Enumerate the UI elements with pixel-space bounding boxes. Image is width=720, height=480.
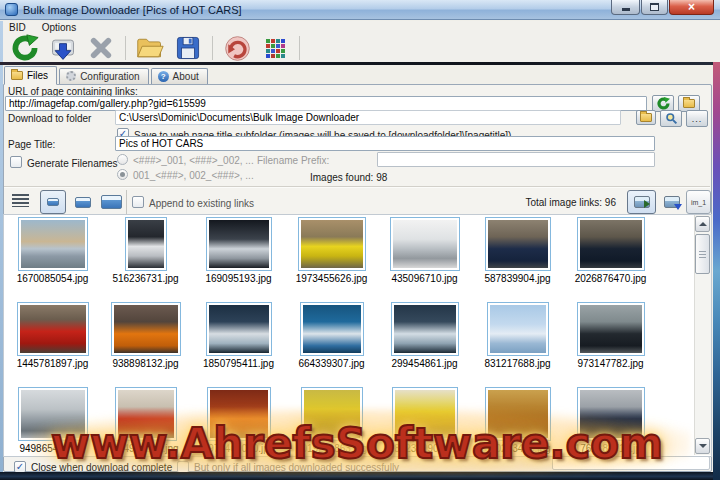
color-grid-icon	[266, 39, 285, 58]
thumbnail-filename: 299454861.jpg	[391, 358, 457, 369]
thumbnail-filename: 587839904.jpg	[484, 273, 550, 284]
folder-browse-button[interactable]	[636, 110, 656, 125]
folder-more-button[interactable]: ...	[686, 110, 708, 127]
thumbnail-image	[21, 220, 85, 268]
image-play-icon	[634, 196, 650, 208]
thumbnail-item[interactable]: 299454861.jpg	[378, 302, 471, 387]
thumbnail-item[interactable]: 938898132.jpg	[99, 302, 192, 387]
thumbnail-filename: 1973455626.jpg	[296, 273, 368, 284]
folder-icon	[136, 35, 164, 61]
thumbnail-item[interactable]: 973147782.jpg	[564, 302, 657, 387]
magnifier-icon	[665, 112, 678, 125]
tab-strip: Files Configuration About	[4, 66, 208, 84]
folder-search-button[interactable]	[660, 110, 682, 127]
large-thumbnails-button[interactable]	[98, 190, 124, 214]
close-icon: ×	[688, 1, 695, 13]
close-button[interactable]: ×	[669, 0, 714, 15]
tab-configuration-label: Configuration	[80, 71, 139, 82]
generate-filenames-checkbox[interactable]	[10, 156, 22, 168]
thumbnail-image-frame	[391, 302, 459, 356]
window-left-border	[0, 21, 3, 472]
thumbnail-item[interactable]: 435096710.jpg	[378, 217, 471, 302]
files-tab-folder-icon	[11, 71, 23, 80]
thumbnail-item[interactable]: 831217688.jpg	[471, 302, 564, 387]
download-images-button[interactable]	[6, 34, 44, 62]
thumbnail-image-frame	[298, 217, 366, 271]
scrollbar-thumb[interactable]	[695, 234, 710, 274]
thumbnail-item[interactable]: 664339307.jpg	[285, 302, 378, 387]
thumbnail-item[interactable]: 1445781897.jpg	[6, 302, 99, 387]
thumbnail-item[interactable]: 1670085054.jpg	[6, 217, 99, 302]
thumbnail-filename: 169095193.jpg	[205, 273, 271, 284]
save-button[interactable]	[169, 34, 207, 62]
small-thumbnails-button[interactable]	[40, 190, 66, 214]
thumbnail-image	[128, 220, 164, 268]
thumbnail-image	[393, 220, 457, 268]
thumbnail-image-frame	[18, 217, 88, 271]
scroll-up-button[interactable]	[695, 216, 710, 232]
thumbnail-image	[490, 305, 546, 353]
download-folder-input[interactable]	[115, 110, 621, 125]
small-thumb-icon	[47, 198, 59, 206]
medium-thumbnails-button[interactable]	[70, 190, 96, 214]
window-title: Bulk Image Downloader [Pics of HOT CARS]	[23, 4, 242, 16]
thumbnail-item[interactable]: 516236731.jpg	[99, 217, 192, 302]
tab-configuration[interactable]: Configuration	[59, 68, 148, 84]
thumbnail-filename: 938898132.jpg	[112, 358, 178, 369]
thumbnail-item[interactable]: 1973455626.jpg	[285, 217, 378, 302]
pattern-radio-2[interactable]	[117, 169, 128, 180]
toolbar-separator	[125, 36, 126, 60]
preview-images-button[interactable]	[627, 190, 656, 214]
thumbnail-grid-button[interactable]	[256, 34, 294, 62]
total-links-status: Total image links: 96	[525, 197, 616, 208]
redo-red-icon	[224, 35, 251, 62]
folder-small-icon	[640, 113, 652, 122]
thumbnail-image	[580, 220, 642, 268]
image-download-icon	[664, 196, 680, 208]
maximize-icon	[650, 3, 659, 11]
tab-about[interactable]: About	[151, 68, 208, 84]
list-view-button[interactable]	[12, 194, 29, 207]
thumbnail-image	[209, 220, 269, 268]
filename-prefix-input[interactable]	[377, 152, 655, 167]
redownload-button[interactable]	[218, 34, 256, 62]
append-links-label: Append to existing links	[149, 198, 254, 209]
pattern-radio-1-label: <###>_001, <###>_002, ...	[133, 155, 254, 166]
floppy-disk-icon	[175, 35, 201, 61]
queue-download-button[interactable]	[44, 34, 82, 62]
menu-bid[interactable]: BID	[9, 22, 26, 33]
thumbnail-image-frame	[206, 302, 272, 356]
thumbnail-image-frame	[485, 217, 551, 271]
refresh-green-icon	[11, 34, 39, 62]
thumbnail-item[interactable]: 2026876470.jpg	[564, 217, 657, 302]
rename-images-button[interactable]: im_1	[686, 190, 711, 214]
menubar: BID Options	[0, 21, 720, 34]
thumbnail-image	[303, 305, 361, 353]
open-folder-button[interactable]	[131, 34, 169, 62]
thumbnail-image	[20, 305, 86, 353]
page-title-input[interactable]	[115, 136, 655, 151]
thumbnail-item[interactable]: 1850795411.jpg	[192, 302, 285, 387]
menu-options[interactable]: Options	[42, 22, 76, 33]
thumbnail-filename: 1670085054.jpg	[17, 273, 89, 284]
refresh-small-icon	[657, 97, 670, 110]
maximize-button[interactable]	[641, 0, 668, 15]
minimize-button[interactable]	[611, 0, 640, 15]
thumbnail-filename: 831217688.jpg	[484, 358, 550, 369]
url-input[interactable]	[5, 96, 647, 111]
append-links-checkbox[interactable]	[132, 196, 144, 208]
pattern-radio-1[interactable]	[117, 154, 128, 165]
medium-thumb-icon	[75, 197, 91, 208]
thumbnail-item[interactable]: 169095193.jpg	[192, 217, 285, 302]
thumbnail-item[interactable]: 587839904.jpg	[471, 217, 564, 302]
tab-files[interactable]: Files	[4, 66, 57, 85]
toolbar-separator	[299, 36, 300, 60]
cancel-button[interactable]	[82, 34, 120, 62]
configuration-gear-icon	[66, 71, 76, 81]
thumbnail-image-frame	[390, 217, 460, 271]
download-selected-button[interactable]	[659, 190, 684, 214]
page-title-label: Page Title:	[8, 139, 55, 150]
caption-buttons: ×	[611, 0, 714, 15]
thumbnail-filename: 435096710.jpg	[391, 273, 457, 284]
thumbnail-image-frame	[487, 302, 549, 356]
